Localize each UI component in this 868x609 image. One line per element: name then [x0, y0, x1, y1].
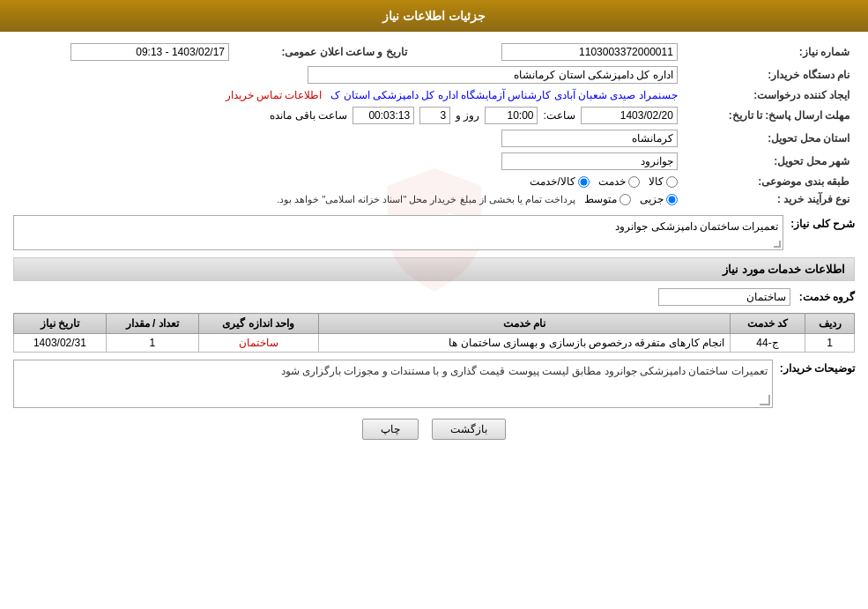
shamare-niaz-label: شماره نیاز:	[683, 41, 855, 63]
nam-dastgah-value	[13, 63, 683, 86]
shahr-label: شهر محل تحویل:	[683, 150, 855, 173]
ostan-label: استان محل تحویل:	[683, 127, 855, 150]
col-vahed: واحد اندازه گیری	[198, 314, 318, 334]
sharh-koli-value: تعمیرات ساختمان دامپزشکی جوانرود	[615, 220, 778, 233]
col-kod-khedmat: کد خدمت	[730, 314, 805, 334]
cell-vahed: ساختمان	[198, 334, 318, 353]
cell-tedad: 1	[106, 334, 198, 353]
group-khedmat-row: گروه خدمت: ساختمان	[13, 288, 855, 306]
tabaqe-label: طبقه بندی موضوعی:	[683, 173, 855, 190]
btn-bazgasht[interactable]: بازگشت	[432, 419, 506, 440]
buyer-desc-row: توضیحات خریدار: تعمیرات ساختمان دامپزشکی…	[13, 360, 855, 408]
radio-kala-khedmat-label: کالا/خدمت	[530, 175, 575, 188]
col-radif: ردیف	[805, 314, 855, 334]
roz-input[interactable]	[419, 107, 450, 124]
tarikh-aelan-label: تاریخ و ساعت اعلان عمومی:	[234, 41, 412, 63]
col-tarikh: تاریخ نیاز	[14, 314, 107, 334]
button-row: بازگشت چاپ	[13, 419, 855, 440]
sharh-koli-section: شرح کلی نیاز: تعمیرات ساختمان دامپزشکی ج…	[13, 215, 855, 250]
buyer-desc-value: تعمیرات ساختمان دامپزشکی جوانرود مطابق ل…	[281, 365, 768, 377]
ijad-konande-value: جسنمراد صیدی شعبان آبادی کارشناس آزمایشگ…	[13, 86, 683, 104]
buyer-desc-box: تعمیرات ساختمان دامپزشکی جوانرود مطابق ل…	[13, 360, 773, 408]
contact-info-link[interactable]: اطلاعات تماس خریدار	[226, 89, 323, 101]
radio-kala-label: کالا	[649, 175, 664, 188]
radio-kala-khedmat[interactable]	[578, 176, 590, 188]
col-nam-khedmat: نام خدمت	[318, 314, 730, 334]
farayand-desc: پرداخت تمام یا بخشی از مبلغ خریدار محل "…	[277, 194, 575, 205]
nave-farayand-label: نوع فرآیند خرید :	[683, 190, 855, 208]
nave-farayand-row: جزیی متوسط پرداخت تمام یا بخشی از مبلغ خ…	[13, 190, 683, 208]
buyer-desc-label: توضیحات خریدار:	[780, 360, 855, 375]
baghimande-label: ساعت باقی مانده	[270, 109, 347, 122]
radio-jazzi-label: جزیی	[640, 193, 664, 205]
main-info-table: شماره نیاز: تاریخ و ساعت اعلان عمومی: نا…	[13, 41, 855, 208]
roz-label: روز و	[456, 109, 479, 122]
radio-motevaset-label: متوسط	[584, 193, 617, 205]
cell-nam: انجام کارهای متفرقه درخصوص بازسازی و بهس…	[318, 334, 730, 353]
col-tedad: تعداد / مقدار	[106, 314, 198, 334]
tabaqe-row: کالا خدمت کالا/خدمت	[13, 173, 683, 190]
btn-chap[interactable]: چاپ	[362, 419, 419, 440]
sharh-koli-label: شرح کلی نیاز:	[790, 215, 855, 230]
cell-radif: 1	[805, 334, 855, 353]
shahr-input[interactable]	[501, 152, 678, 170]
tarikh-aelan-input[interactable]	[70, 43, 229, 61]
services-header: اطلاعات خدمات مورد نیاز	[13, 257, 855, 281]
nam-dastgah-label: نام دستگاه خریدار:	[683, 63, 855, 86]
services-table: ردیف کد خدمت نام خدمت واحد اندازه گیری ت…	[13, 313, 855, 353]
radio-khedmat-label: خدمت	[598, 175, 626, 188]
table-row: 1 ج-44 انجام کارهای متفرقه درخصوص بازساز…	[14, 334, 855, 353]
content-area: شماره نیاز: تاریخ و ساعت اعلان عمومی: نا…	[0, 32, 868, 459]
sharh-koli-box: تعمیرات ساختمان دامپزشکی جوانرود	[13, 215, 783, 250]
radio-khedmat[interactable]	[628, 176, 640, 188]
saat-input[interactable]	[485, 107, 538, 124]
page-header: جزئیات اطلاعات نیاز	[0, 0, 868, 32]
nam-dastgah-input[interactable]	[308, 66, 678, 84]
radio-jazzi[interactable]	[666, 194, 678, 205]
ostan-value	[13, 127, 683, 150]
group-khedmat-value: ساختمان	[658, 288, 790, 306]
page-title: جزئیات اطلاعات نیاز	[382, 9, 486, 23]
ijad-konande-label: ایجاد کننده درخواست:	[683, 86, 855, 104]
shamare-niaz-value	[439, 41, 683, 63]
mohlat-label: مهلت ارسال پاسخ: تا تاریخ:	[683, 104, 855, 127]
cell-tarikh: 1403/02/31	[14, 334, 107, 353]
mohlat-row: ساعت: روز و ساعت باقی مانده	[13, 104, 683, 127]
radio-motevaset[interactable]	[619, 194, 631, 205]
ijad-konande-link[interactable]: جسنمراد صیدی شعبان آبادی کارشناس آزمایشگ…	[330, 89, 677, 101]
tarikh-aelan-value	[13, 41, 234, 63]
tarikh-pasokh-input[interactable]	[581, 107, 678, 124]
shahr-value	[13, 150, 683, 173]
cell-kod: ج-44	[730, 334, 805, 353]
ostan-input[interactable]	[501, 130, 678, 147]
baghimande-input[interactable]	[352, 107, 414, 124]
group-khedmat-label: گروه خدمت:	[799, 291, 855, 303]
resize-handle[interactable]	[774, 241, 781, 248]
radio-kala[interactable]	[666, 176, 678, 188]
saat-label: ساعت:	[543, 109, 575, 122]
shamare-niaz-input[interactable]	[501, 43, 678, 61]
page-wrapper: جزئیات اطلاعات نیاز شماره نیاز: تاریخ و …	[0, 0, 868, 609]
